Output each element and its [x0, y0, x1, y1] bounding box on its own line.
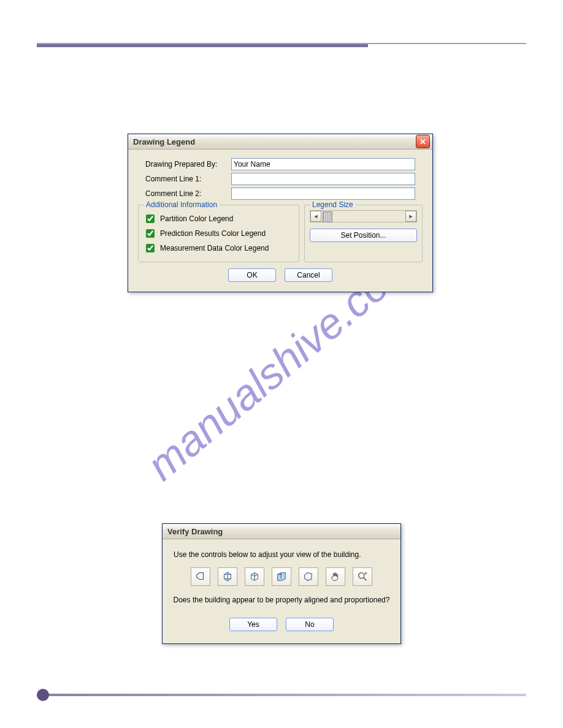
measurement-label: Measurement Data Color Legend	[160, 244, 269, 252]
pan-hand-icon[interactable]	[326, 567, 345, 586]
size-slider[interactable]: ◄ ►	[310, 210, 417, 222]
view-wire-icon[interactable]	[218, 567, 237, 586]
prediction-label: Prediction Results Color Legend	[160, 229, 266, 238]
dialog-body: Use the controls below to adjust your vi…	[163, 539, 400, 643]
view-front-icon[interactable]	[191, 567, 210, 586]
question-text: Does the building appear to be properly …	[170, 596, 393, 604]
view-toolbar	[170, 567, 393, 586]
additional-info-legend: Additional Information	[144, 200, 220, 209]
dialog-title: Verify Drawing	[165, 527, 398, 536]
footer-rule	[37, 694, 526, 696]
slider-thumb[interactable]	[323, 211, 332, 222]
yes-button[interactable]: Yes	[229, 618, 277, 631]
ok-button[interactable]: OK	[228, 268, 276, 282]
titlebar: Drawing Legend ✕	[128, 134, 432, 150]
prediction-checkbox[interactable]	[146, 229, 155, 238]
cancel-button[interactable]: Cancel	[285, 268, 332, 282]
comment1-label: Comment Line 1:	[145, 175, 231, 183]
verify-drawing-dialog: Verify Drawing Use the controls below to…	[162, 523, 401, 644]
svg-point-0	[359, 573, 364, 578]
legend-size-legend: Legend Size	[310, 200, 356, 209]
no-button[interactable]: No	[286, 618, 334, 631]
comment2-label: Comment Line 2:	[145, 189, 231, 198]
dialog-body: Drawing Prepared By: Comment Line 1: Com…	[128, 150, 432, 292]
prepared-by-input[interactable]	[231, 158, 415, 170]
drawing-legend-dialog: Drawing Legend ✕ Drawing Prepared By: Co…	[128, 134, 433, 292]
chevron-left-icon[interactable]: ◄	[310, 211, 321, 222]
prepared-by-label: Drawing Prepared By:	[145, 160, 231, 169]
set-position-button[interactable]: Set Position...	[310, 229, 417, 242]
comment2-input[interactable]	[231, 188, 415, 200]
close-icon[interactable]: ✕	[416, 135, 430, 148]
dialog-title: Drawing Legend	[131, 137, 416, 146]
comment1-input[interactable]	[231, 173, 415, 185]
additional-info-group: Additional Information Partition Color L…	[138, 205, 299, 262]
header-rule-dark	[37, 44, 368, 47]
page-marker-icon	[37, 689, 49, 701]
legend-size-group: Legend Size ◄ ► Set Position...	[304, 205, 423, 262]
document-page: manualshive.com Drawing Legend ✕ Drawing…	[0, 0, 563, 728]
view-persp-icon[interactable]	[299, 567, 318, 586]
partition-checkbox[interactable]	[146, 214, 155, 223]
slider-track[interactable]	[321, 211, 405, 221]
instruction-text: Use the controls below to adjust your vi…	[174, 550, 389, 559]
partition-label: Partition Color Legend	[160, 214, 233, 223]
chevron-right-icon[interactable]: ►	[405, 211, 416, 222]
view-iso-icon[interactable]	[245, 567, 264, 586]
titlebar: Verify Drawing	[163, 524, 400, 539]
measurement-checkbox[interactable]	[146, 244, 155, 252]
view-top-icon[interactable]	[272, 567, 291, 586]
zoom-plus-icon[interactable]	[353, 567, 372, 586]
